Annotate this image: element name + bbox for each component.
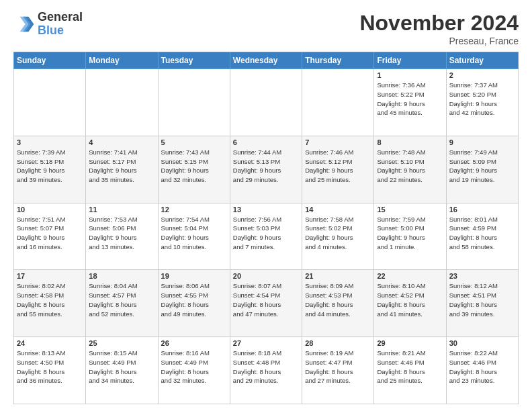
day-number: 23: [449, 272, 515, 280]
day-number: 18: [89, 272, 154, 280]
day-info: Sunrise: 8:12 AM Sunset: 4:51 PM Dayligh…: [449, 281, 515, 318]
day-number: 14: [305, 205, 371, 214]
header: General Blue November 2024 Preseau, Fran…: [13, 11, 519, 46]
calendar-week-3: 10Sunrise: 7:51 AM Sunset: 5:07 PM Dayli…: [14, 203, 519, 270]
day-number: 21: [305, 272, 371, 280]
day-info: Sunrise: 7:44 AM Sunset: 5:13 PM Dayligh…: [233, 148, 299, 185]
day-number: 28: [305, 339, 371, 347]
day-number: 3: [17, 138, 83, 146]
calendar-cell: 12Sunrise: 7:54 AM Sunset: 5:04 PM Dayli…: [158, 203, 230, 270]
calendar-cell: 6Sunrise: 7:44 AM Sunset: 5:13 PM Daylig…: [230, 136, 302, 203]
calendar-cell: 9Sunrise: 7:49 AM Sunset: 5:09 PM Daylig…: [446, 136, 518, 203]
weekday-header-friday: Friday: [374, 52, 446, 69]
day-info: Sunrise: 7:56 AM Sunset: 5:03 PM Dayligh…: [233, 215, 299, 252]
weekday-header-wednesday: Wednesday: [230, 52, 302, 69]
day-number: 15: [377, 205, 443, 214]
day-info: Sunrise: 7:48 AM Sunset: 5:10 PM Dayligh…: [377, 148, 443, 185]
calendar-cell: 29Sunrise: 8:21 AM Sunset: 4:46 PM Dayli…: [374, 337, 446, 404]
calendar-cell: 23Sunrise: 8:12 AM Sunset: 4:51 PM Dayli…: [446, 270, 518, 337]
calendar-cell: 2Sunrise: 7:37 AM Sunset: 5:20 PM Daylig…: [446, 69, 518, 136]
calendar-cell: 16Sunrise: 8:01 AM Sunset: 4:59 PM Dayli…: [446, 203, 518, 270]
weekday-header-thursday: Thursday: [302, 52, 374, 69]
logo-icon: [13, 13, 35, 35]
day-info: Sunrise: 7:39 AM Sunset: 5:18 PM Dayligh…: [17, 148, 83, 185]
month-title: November 2024: [359, 11, 519, 36]
page: General Blue November 2024 Preseau, Fran…: [0, 0, 532, 411]
calendar-cell: [86, 69, 158, 136]
day-number: 20: [233, 272, 299, 280]
weekday-header-sunday: Sunday: [14, 52, 86, 69]
day-info: Sunrise: 8:06 AM Sunset: 4:55 PM Dayligh…: [161, 281, 227, 318]
day-info: Sunrise: 7:53 AM Sunset: 5:06 PM Dayligh…: [89, 215, 154, 252]
day-info: Sunrise: 8:07 AM Sunset: 4:54 PM Dayligh…: [233, 281, 299, 318]
day-info: Sunrise: 7:58 AM Sunset: 5:02 PM Dayligh…: [305, 215, 371, 252]
calendar-cell: 22Sunrise: 8:10 AM Sunset: 4:52 PM Dayli…: [374, 270, 446, 337]
day-info: Sunrise: 8:04 AM Sunset: 4:57 PM Dayligh…: [89, 281, 154, 318]
calendar-cell: 24Sunrise: 8:13 AM Sunset: 4:50 PM Dayli…: [14, 337, 86, 404]
calendar-week-1: 1Sunrise: 7:36 AM Sunset: 5:22 PM Daylig…: [14, 69, 519, 136]
weekday-header-row: SundayMondayTuesdayWednesdayThursdayFrid…: [14, 52, 519, 69]
day-info: Sunrise: 8:09 AM Sunset: 4:53 PM Dayligh…: [305, 281, 371, 318]
day-info: Sunrise: 8:01 AM Sunset: 4:59 PM Dayligh…: [449, 215, 515, 252]
day-number: 7: [305, 138, 371, 146]
logo: General Blue: [13, 11, 83, 38]
calendar-cell: 1Sunrise: 7:36 AM Sunset: 5:22 PM Daylig…: [374, 69, 446, 136]
day-number: 12: [161, 205, 227, 214]
day-info: Sunrise: 8:22 AM Sunset: 4:46 PM Dayligh…: [449, 349, 515, 385]
day-info: Sunrise: 7:43 AM Sunset: 5:15 PM Dayligh…: [161, 148, 227, 185]
day-info: Sunrise: 8:15 AM Sunset: 4:49 PM Dayligh…: [89, 349, 154, 385]
day-info: Sunrise: 7:59 AM Sunset: 5:00 PM Dayligh…: [377, 215, 443, 252]
day-number: 4: [89, 138, 154, 146]
day-info: Sunrise: 7:54 AM Sunset: 5:04 PM Dayligh…: [161, 215, 227, 252]
day-info: Sunrise: 8:18 AM Sunset: 4:48 PM Dayligh…: [233, 349, 299, 385]
calendar-cell: 3Sunrise: 7:39 AM Sunset: 5:18 PM Daylig…: [14, 136, 86, 203]
day-number: 19: [161, 272, 227, 280]
day-number: 6: [233, 138, 299, 146]
calendar-cell: 28Sunrise: 8:19 AM Sunset: 4:47 PM Dayli…: [302, 337, 374, 404]
day-number: 8: [377, 138, 443, 146]
weekday-header-monday: Monday: [86, 52, 158, 69]
calendar-week-5: 24Sunrise: 8:13 AM Sunset: 4:50 PM Dayli…: [14, 337, 519, 404]
day-info: Sunrise: 8:13 AM Sunset: 4:50 PM Dayligh…: [17, 349, 83, 385]
calendar-cell: 17Sunrise: 8:02 AM Sunset: 4:58 PM Dayli…: [14, 270, 86, 337]
calendar-cell: 25Sunrise: 8:15 AM Sunset: 4:49 PM Dayli…: [86, 337, 158, 404]
calendar-cell: 13Sunrise: 7:56 AM Sunset: 5:03 PM Dayli…: [230, 203, 302, 270]
day-number: 11: [89, 205, 154, 214]
day-number: 25: [89, 339, 154, 347]
calendar-cell: [158, 69, 230, 136]
day-number: 5: [161, 138, 227, 146]
weekday-header-tuesday: Tuesday: [158, 52, 230, 69]
day-number: 27: [233, 339, 299, 347]
calendar-cell: 14Sunrise: 7:58 AM Sunset: 5:02 PM Dayli…: [302, 203, 374, 270]
day-info: Sunrise: 7:51 AM Sunset: 5:07 PM Dayligh…: [17, 215, 83, 252]
calendar-cell: 8Sunrise: 7:48 AM Sunset: 5:10 PM Daylig…: [374, 136, 446, 203]
day-number: 26: [161, 339, 227, 347]
day-info: Sunrise: 7:36 AM Sunset: 5:22 PM Dayligh…: [377, 81, 443, 118]
day-info: Sunrise: 7:46 AM Sunset: 5:12 PM Dayligh…: [305, 148, 371, 185]
day-info: Sunrise: 8:10 AM Sunset: 4:52 PM Dayligh…: [377, 281, 443, 318]
calendar-cell: 15Sunrise: 7:59 AM Sunset: 5:00 PM Dayli…: [374, 203, 446, 270]
calendar-cell: 11Sunrise: 7:53 AM Sunset: 5:06 PM Dayli…: [86, 203, 158, 270]
day-info: Sunrise: 8:02 AM Sunset: 4:58 PM Dayligh…: [17, 281, 83, 318]
day-number: 24: [17, 339, 83, 347]
day-number: 16: [449, 205, 515, 214]
title-area: November 2024 Preseau, France: [359, 11, 519, 46]
day-number: 13: [233, 205, 299, 214]
calendar-cell: 5Sunrise: 7:43 AM Sunset: 5:15 PM Daylig…: [158, 136, 230, 203]
calendar-cell: 19Sunrise: 8:06 AM Sunset: 4:55 PM Dayli…: [158, 270, 230, 337]
calendar-cell: 10Sunrise: 7:51 AM Sunset: 5:07 PM Dayli…: [14, 203, 86, 270]
day-number: 2: [449, 71, 515, 79]
day-info: Sunrise: 8:19 AM Sunset: 4:47 PM Dayligh…: [305, 349, 371, 385]
logo-line2: Blue: [38, 24, 83, 38]
calendar-table: SundayMondayTuesdayWednesdayThursdayFrid…: [13, 52, 519, 404]
calendar-cell: 30Sunrise: 8:22 AM Sunset: 4:46 PM Dayli…: [446, 337, 518, 404]
calendar-cell: 18Sunrise: 8:04 AM Sunset: 4:57 PM Dayli…: [86, 270, 158, 337]
calendar-cell: [302, 69, 374, 136]
calendar-cell: 7Sunrise: 7:46 AM Sunset: 5:12 PM Daylig…: [302, 136, 374, 203]
calendar-week-2: 3Sunrise: 7:39 AM Sunset: 5:18 PM Daylig…: [14, 136, 519, 203]
day-number: 10: [17, 205, 83, 214]
day-info: Sunrise: 8:16 AM Sunset: 4:49 PM Dayligh…: [161, 349, 227, 385]
location: Preseau, France: [359, 36, 519, 46]
day-info: Sunrise: 8:21 AM Sunset: 4:46 PM Dayligh…: [377, 349, 443, 385]
day-number: 9: [449, 138, 515, 146]
